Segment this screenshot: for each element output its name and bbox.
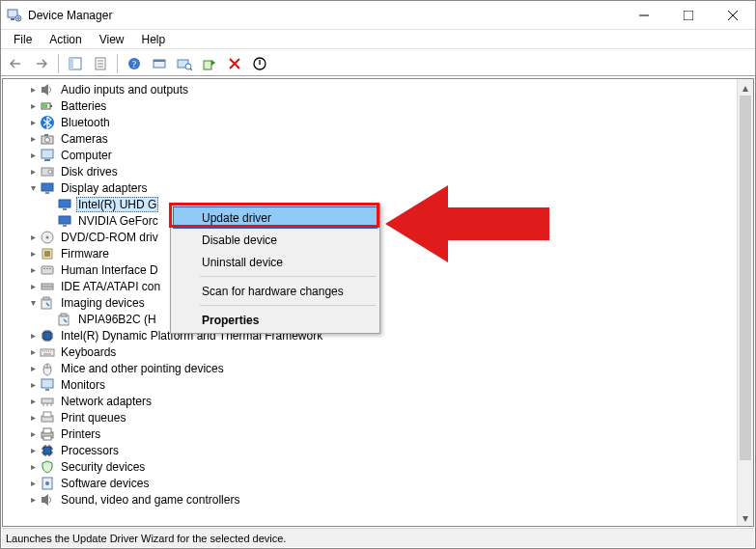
hid-icon [40, 262, 55, 278]
sound-icon [40, 492, 55, 508]
statusbar: Launches the Update Driver Wizard for th… [2, 528, 754, 547]
proc-icon [40, 443, 55, 458]
firmware-icon [40, 246, 55, 261]
chevron-right-icon[interactable]: ▸ [26, 345, 40, 359]
chevron-right-icon[interactable]: ▸ [26, 132, 40, 146]
chevron-right-icon[interactable]: ▸ [26, 99, 40, 113]
minimize-button[interactable] [622, 1, 666, 30]
help-button[interactable]: ? [123, 53, 146, 74]
menu-action[interactable]: Action [41, 31, 90, 48]
ctx-uninstall-device[interactable]: Uninstall device [173, 251, 378, 273]
menu-view[interactable]: View [91, 31, 133, 48]
chevron-right-icon[interactable]: ▸ [26, 116, 40, 129]
scroll-up-button[interactable]: ▴ [738, 79, 753, 96]
no-expander [43, 313, 57, 326]
chevron-right-icon[interactable]: ▸ [26, 247, 40, 261]
tree-node-label: DVD/CD-ROM driv [59, 231, 160, 244]
camera-icon [40, 131, 55, 147]
tree-node-label: Bluetooth [59, 116, 112, 129]
chevron-right-icon[interactable]: ▸ [26, 477, 40, 490]
tree-node-label: NPIA96B2C (H [76, 313, 158, 326]
chevron-right-icon[interactable]: ▸ [26, 378, 40, 392]
tree-node[interactable]: ▸ Print queues [5, 409, 737, 425]
tree-node-label: Processors [59, 444, 121, 457]
tree-node[interactable]: ▸ Printers [5, 425, 737, 442]
printq-icon [40, 410, 55, 425]
tree-node[interactable]: ▸ Computer [5, 147, 737, 163]
tree-node[interactable]: ▸ Cameras [5, 130, 737, 147]
tree-node-label: IDE ATA/ATAPI con [59, 280, 162, 293]
chevron-right-icon[interactable]: ▸ [26, 411, 40, 425]
svg-rect-43 [43, 297, 49, 300]
ctx-update-driver[interactable]: Update driver [173, 206, 378, 229]
svg-rect-17 [50, 105, 52, 107]
chevron-right-icon[interactable]: ▸ [26, 460, 40, 474]
svg-rect-50 [45, 389, 49, 391]
chevron-right-icon[interactable]: ▸ [26, 149, 40, 162]
scan-hardware-button[interactable] [173, 53, 196, 74]
ctx-scan-hardware[interactable]: Scan for hardware changes [173, 280, 378, 302]
svg-rect-30 [63, 208, 67, 210]
vertical-scrollbar[interactable]: ▴ ▾ [737, 79, 753, 526]
show-hide-tree-button[interactable] [64, 53, 87, 74]
chevron-right-icon[interactable]: ▸ [26, 362, 40, 375]
chevron-right-icon[interactable]: ▸ [26, 83, 40, 96]
display-icon [57, 213, 72, 229]
tree-node[interactable]: ▸ Network adapters [5, 393, 737, 409]
tree-node[interactable]: ▸ Security devices [5, 458, 737, 475]
svg-rect-15 [42, 87, 44, 93]
tree-node-label: Intel(R) UHD G [76, 197, 158, 212]
chevron-down-icon[interactable]: ▾ [26, 181, 40, 195]
tree-node-label: Mice and other pointing devices [59, 362, 226, 375]
tree-node[interactable]: ▸ Keyboards [5, 343, 737, 360]
chevron-right-icon[interactable]: ▸ [26, 263, 40, 277]
tree-node-label: Imaging devices [59, 296, 147, 310]
tree-node[interactable]: ▸ Processors [5, 442, 737, 458]
chevron-right-icon[interactable]: ▸ [26, 427, 40, 441]
tree-node-label: Network adapters [59, 395, 154, 408]
view-button[interactable] [148, 53, 171, 74]
close-button[interactable] [711, 1, 755, 30]
tree-node[interactable]: ▸ Sound, video and game controllers [5, 491, 737, 508]
svg-rect-22 [44, 134, 48, 136]
software-icon [40, 476, 55, 491]
tree-node-label: Human Interface D [59, 263, 160, 277]
menu-help[interactable]: Help [133, 31, 175, 48]
monitor-icon [40, 377, 55, 393]
disable-button[interactable] [248, 53, 271, 74]
chevron-right-icon[interactable]: ▸ [26, 329, 40, 343]
tree-node[interactable]: ▸ Bluetooth [5, 114, 737, 130]
chevron-right-icon[interactable]: ▸ [26, 444, 40, 457]
ide-icon [40, 279, 55, 294]
svg-point-21 [45, 137, 50, 142]
tree-node-label: Firmware [59, 247, 111, 261]
chevron-right-icon[interactable]: ▸ [26, 395, 40, 408]
chevron-right-icon[interactable]: ▸ [26, 165, 40, 178]
chevron-right-icon[interactable]: ▸ [26, 280, 40, 293]
maximize-button[interactable] [666, 1, 711, 30]
ctx-properties[interactable]: Properties [173, 309, 378, 331]
menu-file[interactable]: File [5, 31, 41, 48]
forward-button[interactable] [30, 53, 53, 74]
chevron-right-icon[interactable]: ▸ [26, 231, 40, 244]
tree-node[interactable]: ▸ Mice and other pointing devices [5, 360, 737, 376]
uninstall-button[interactable] [223, 53, 246, 74]
battery-icon [40, 98, 55, 114]
tree-node[interactable]: ▸ Batteries [5, 97, 737, 114]
chevron-right-icon[interactable]: ▸ [26, 493, 40, 507]
tree-node[interactable]: ▸ Audio inputs and outputs [5, 81, 737, 97]
svg-rect-18 [42, 104, 47, 108]
tree-node-label: Display adapters [59, 181, 149, 195]
scroll-down-button[interactable]: ▾ [738, 509, 753, 526]
update-driver-button[interactable] [198, 53, 221, 74]
scroll-thumb[interactable] [740, 96, 751, 460]
ctx-disable-device[interactable]: Disable device [173, 229, 378, 251]
tree-node[interactable]: ▸ Disk drives [5, 163, 737, 179]
chevron-down-icon[interactable]: ▾ [26, 296, 40, 310]
back-button[interactable] [5, 53, 28, 74]
tree-node[interactable]: ▸ Monitors [5, 376, 737, 393]
tree-node[interactable]: ▸ Software devices [5, 475, 737, 491]
tree-node-label: Computer [59, 149, 114, 162]
properties-button[interactable] [89, 53, 112, 74]
tree-node[interactable]: ▾ Display adapters [5, 179, 737, 196]
